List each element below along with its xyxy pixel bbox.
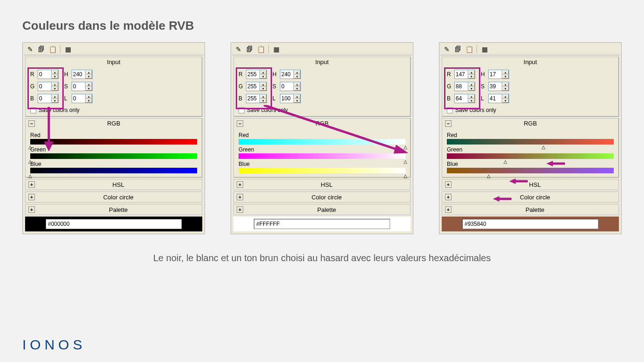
step-down-icon[interactable]: ▼ [260,86,266,91]
h-stepper[interactable]: ▲▼ [502,70,509,79]
step-down-icon[interactable]: ▼ [86,99,92,103]
b-input[interactable] [455,94,468,103]
b-stepper[interactable]: ▲▼ [468,94,475,103]
step-up-icon[interactable]: ▲ [260,70,266,74]
h-spinner[interactable]: ▲▼ [488,70,509,79]
step-up-icon[interactable]: ▲ [86,94,92,99]
palette-collapsed[interactable]: + Palette [233,204,411,215]
save-colors-checkbox[interactable] [447,107,453,113]
b-spinner[interactable]: ▲▼ [38,94,59,103]
r-stepper[interactable]: ▲▼ [468,70,475,79]
collapse-button[interactable]: − [28,120,35,127]
l-stepper[interactable]: ▲▼ [85,94,92,103]
h-stepper[interactable]: ▲▼ [85,70,92,79]
green-marker-icon[interactable] [28,159,32,164]
step-down-icon[interactable]: ▼ [260,74,266,79]
g-spinner[interactable]: ▲▼ [246,82,267,91]
s-spinner[interactable]: ▲▼ [488,82,509,91]
expand-icon[interactable]: + [28,206,35,213]
g-stepper[interactable]: ▲▼ [51,82,58,91]
step-up-icon[interactable]: ▲ [468,82,475,86]
save-colors-checkbox[interactable] [30,107,36,113]
g-spinner[interactable]: ▲▼ [38,82,59,91]
g-stepper[interactable]: ▲▼ [468,82,475,91]
step-up-icon[interactable]: ▲ [86,82,92,86]
s-input[interactable] [280,82,293,91]
colorcircle-collapsed[interactable]: + Color circle [233,191,411,203]
r-spinner[interactable]: ▲▼ [246,70,267,79]
red-marker-icon[interactable] [542,145,545,150]
step-down-icon[interactable]: ▼ [468,99,475,103]
grid-icon[interactable]: ▦ [480,45,489,54]
step-down-icon[interactable]: ▼ [260,99,266,103]
blue-slider[interactable] [239,168,405,173]
hsl-collapsed[interactable]: + HSL [442,179,619,190]
h-stepper[interactable]: ▲▼ [293,70,300,79]
paste-icon[interactable]: 📋 [48,45,57,54]
expand-icon[interactable]: + [445,206,451,213]
red-slider[interactable] [239,139,405,145]
hsl-collapsed[interactable]: + HSL [25,179,202,190]
r-input[interactable] [455,70,468,79]
blue-marker-icon[interactable] [404,173,407,178]
blue-marker-icon[interactable] [487,173,491,178]
blue-marker-icon[interactable] [28,173,32,178]
step-up-icon[interactable]: ▲ [294,70,300,74]
expand-icon[interactable]: + [237,206,243,213]
step-down-icon[interactable]: ▼ [502,86,509,91]
l-input[interactable] [489,94,502,103]
red-slider[interactable] [447,139,614,145]
s-spinner[interactable]: ▲▼ [72,82,93,91]
copy-icon[interactable]: 🗐 [245,45,254,54]
step-up-icon[interactable]: ▲ [502,70,509,74]
expand-icon[interactable]: + [445,194,451,200]
b-spinner[interactable]: ▲▼ [246,94,267,103]
step-down-icon[interactable]: ▼ [468,86,475,91]
green-slider[interactable] [30,153,197,159]
eyedropper-icon[interactable]: ✎ [234,45,243,54]
g-input[interactable] [455,82,468,91]
s-stepper[interactable]: ▲▼ [293,82,300,91]
s-input[interactable] [489,82,502,91]
colorcircle-collapsed[interactable]: + Color circle [442,191,619,203]
step-down-icon[interactable]: ▼ [502,99,509,103]
l-input[interactable] [72,94,85,103]
eyedropper-icon[interactable]: ✎ [442,45,451,54]
b-stepper[interactable]: ▲▼ [51,94,58,103]
l-spinner[interactable]: ▲▼ [280,94,301,103]
hsl-collapsed[interactable]: + HSL [233,179,411,190]
r-input[interactable] [246,70,259,79]
g-input[interactable] [246,82,259,91]
s-stepper[interactable]: ▲▼ [85,82,92,91]
hex-field[interactable] [462,219,598,229]
step-up-icon[interactable]: ▲ [52,70,58,74]
step-down-icon[interactable]: ▼ [52,86,58,91]
h-spinner[interactable]: ▲▼ [280,70,301,79]
grid-icon[interactable]: ▦ [272,45,281,54]
b-spinner[interactable]: ▲▼ [454,94,475,103]
step-down-icon[interactable]: ▼ [86,86,92,91]
b-input[interactable] [38,94,51,103]
step-down-icon[interactable]: ▼ [294,74,300,79]
l-input[interactable] [280,94,293,103]
step-down-icon[interactable]: ▼ [52,74,58,79]
s-spinner[interactable]: ▲▼ [280,82,301,91]
palette-collapsed[interactable]: + Palette [442,204,619,215]
step-down-icon[interactable]: ▼ [294,99,300,103]
step-up-icon[interactable]: ▲ [52,82,58,86]
expand-icon[interactable]: + [445,181,451,188]
b-input[interactable] [246,94,259,103]
step-up-icon[interactable]: ▲ [86,70,92,74]
s-stepper[interactable]: ▲▼ [502,82,509,91]
step-up-icon[interactable]: ▲ [502,82,509,86]
palette-collapsed[interactable]: + Palette [25,204,202,215]
step-up-icon[interactable]: ▲ [468,94,475,99]
blue-slider[interactable] [447,168,614,173]
paste-icon[interactable]: 📋 [465,45,474,54]
expand-icon[interactable]: + [237,181,243,188]
h-spinner[interactable]: ▲▼ [72,70,93,79]
copy-icon[interactable]: 🗐 [453,45,463,54]
h-input[interactable] [489,70,502,79]
l-spinner[interactable]: ▲▼ [72,94,93,103]
step-up-icon[interactable]: ▲ [260,82,266,86]
